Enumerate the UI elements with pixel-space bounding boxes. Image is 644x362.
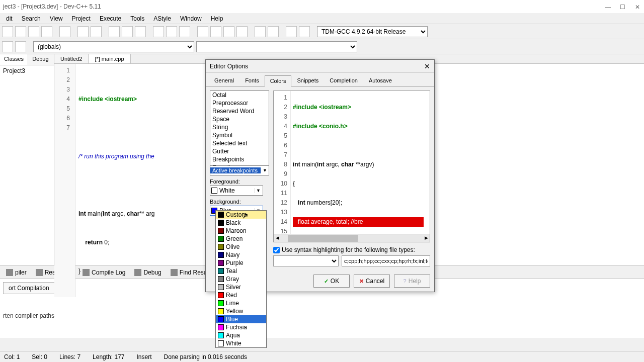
help-button[interactable]: Help [394,275,430,288]
color-option[interactable]: Silver [216,283,266,291]
category-combo[interactable]: Active breakpoints ▼ [210,165,269,175]
saveall-icon[interactable] [41,26,52,37]
color-option[interactable]: Custom [216,211,266,219]
dialog-close-icon[interactable]: ✕ [424,62,430,70]
color-option[interactable]: Olive [216,243,266,251]
dlgtab-completion[interactable]: Completion [324,75,363,86]
tab-untitled[interactable]: Untitled2 [54,54,89,63]
maximize-icon[interactable]: ☐ [620,4,626,10]
goto-icon[interactable] [179,26,190,37]
find-icon[interactable] [109,26,120,37]
color-option[interactable]: Lime [216,299,266,307]
tab-main[interactable]: [*] main.cpp [89,54,130,63]
list-item[interactable]: String [210,123,269,131]
statusbar: Col: 1 Sel: 0 Lines: 7 Length: 177 Inser… [0,351,644,362]
syntax-checkbox[interactable] [273,247,280,253]
fg-label: Foreground: [210,178,269,185]
undo-icon[interactable] [77,26,89,37]
tab-compiler[interactable]: piler [2,267,31,278]
color-option[interactable]: Purple [216,259,266,267]
tree-root[interactable]: Project3 [0,65,54,76]
member-combo[interactable] [196,41,357,52]
dlgtab-autosave[interactable]: Autosave [363,75,397,86]
list-item[interactable]: Selected text [210,139,269,147]
color-option[interactable]: White [216,339,266,347]
color-dropdown[interactable]: CustomBlackMaroonGreenOliveNavyPurpleTea… [215,210,267,348]
redo-icon[interactable] [91,26,102,37]
compiler-combo[interactable]: TDM-GCC 4.9.2 64-bit Release [317,26,428,37]
color-option[interactable]: Navy [216,251,266,259]
back-icon[interactable] [153,26,164,37]
compilerun-icon[interactable] [223,26,234,37]
list-item[interactable]: Octal [210,91,269,99]
list-item[interactable]: Space [210,115,269,123]
dlgtab-fonts[interactable]: Fonts [239,75,265,86]
resources-icon [36,269,43,276]
color-option[interactable]: Red [216,291,266,299]
list-item[interactable]: Reserved Word [210,107,269,115]
profile2-icon[interactable] [299,26,310,37]
stop-icon[interactable] [268,26,279,37]
list-item[interactable]: Breakpoints [210,155,269,163]
dlgtab-colors[interactable]: Colors [265,75,292,86]
replace-icon[interactable] [122,26,133,37]
menu-view[interactable]: View [46,14,67,23]
color-option[interactable]: Yellow [216,307,266,315]
minimize-icon[interactable]: — [605,4,611,10]
status-msg: Done parsing in 0.016 seconds [164,353,247,360]
save-icon[interactable] [28,26,39,37]
print-icon[interactable] [59,26,70,37]
color-option[interactable]: Blue [216,315,266,323]
abort-button[interactable]: ort Compilation [3,282,55,294]
new-class-icon[interactable] [2,41,13,52]
new-func-icon[interactable] [15,41,26,52]
color-option[interactable]: Green [216,235,266,243]
dlgtab-snippets[interactable]: Snippets [291,75,324,86]
color-option[interactable]: Gray [216,275,266,283]
status-len: Length: 177 [93,353,124,360]
color-option[interactable]: Fuchsia [216,323,266,331]
menu-execute[interactable]: Execute [96,14,125,23]
compile-icon[interactable] [197,26,208,37]
chevron-down-icon: ▼ [261,168,269,173]
color-option[interactable]: Teal [216,267,266,275]
foreground-combo[interactable]: White ▼ [210,186,263,196]
menu-help[interactable]: Help [207,14,227,23]
run-icon[interactable] [210,26,221,37]
new-icon[interactable] [2,26,13,37]
ok-button[interactable]: OK [313,275,350,288]
menu-search[interactable]: Search [18,14,45,23]
preview-gutter: 12345678910111213141516 [274,91,291,242]
forward-icon[interactable] [166,26,177,37]
close-icon[interactable]: ✕ [635,4,641,10]
list-item[interactable]: Symbol [210,131,269,139]
color-option[interactable]: Maroon [216,227,266,235]
rebuild-icon[interactable] [236,26,248,37]
chevron-down-icon: ▼ [255,188,262,193]
menu-astyle[interactable]: AStyle [149,14,175,23]
dlgtab-general[interactable]: General [209,75,239,86]
compile-msg: rten compiler paths [3,312,641,319]
menu-window[interactable]: Window [176,14,206,23]
category-list[interactable]: Octal Preprocessor Reserved Word Space S… [210,90,269,166]
menu-edit[interactable]: dit [2,14,17,23]
menu-project[interactable]: Project [68,14,95,23]
debug-icon[interactable] [255,26,266,37]
project-panel: Classes Debug Project3 [0,54,54,265]
status-mode: Insert [136,353,151,360]
menu-tools[interactable]: Tools [126,14,148,23]
findfiles-icon[interactable] [135,26,146,37]
open-icon[interactable] [15,26,26,37]
color-option[interactable]: Aqua [216,331,266,339]
tab-classes[interactable]: Classes [0,54,28,65]
preview-scrollbar[interactable]: ◀▶ [274,234,430,242]
tab-debug[interactable]: Debug [28,54,53,65]
scope-combo[interactable]: (globals) [33,41,194,52]
filetype-combo[interactable] [273,255,339,266]
list-item[interactable]: Preprocessor [210,99,269,107]
filetype-input[interactable] [342,255,430,266]
profile-icon[interactable] [286,26,297,37]
list-item[interactable]: Gutter [210,147,269,155]
color-option[interactable]: Black [216,219,266,227]
cancel-button[interactable]: Cancel [354,275,390,288]
